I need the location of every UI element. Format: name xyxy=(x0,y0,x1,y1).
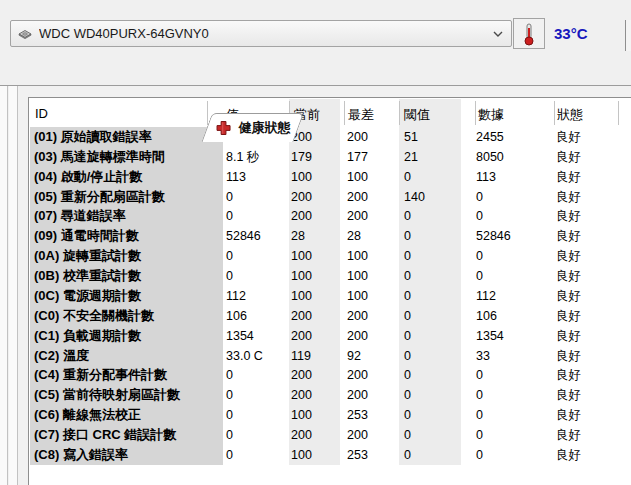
temperature-button[interactable] xyxy=(513,18,545,49)
attribute-data: 0 xyxy=(476,428,483,442)
attribute-current: 100 xyxy=(291,289,312,303)
attribute-worst: 200 xyxy=(347,368,368,382)
attribute-threshold: 0 xyxy=(404,408,411,422)
attribute-value: 0 xyxy=(226,388,233,402)
attribute-status: 良好 xyxy=(556,307,581,324)
attribute-worst: 200 xyxy=(347,209,368,223)
attribute-worst: 200 xyxy=(347,309,368,323)
drive-selector-dropdown[interactable]: WDC WD40PURX-64GVNY0 xyxy=(10,20,512,47)
smart-attribute-row[interactable]: (C4) 重新分配事件計數 0 200 200 0 0 良好 xyxy=(29,366,631,386)
attribute-value: 106 xyxy=(226,309,247,323)
column-header-status[interactable]: 狀態 xyxy=(557,106,583,124)
attribute-data: 106 xyxy=(476,309,497,323)
attribute-worst: 200 xyxy=(347,388,368,402)
attribute-status: 良好 xyxy=(556,188,581,205)
attribute-value: 33.0 C xyxy=(226,349,263,363)
header-separator xyxy=(554,101,555,125)
smart-attribute-row[interactable]: (0A) 旋轉重試計數 0 100 100 0 0 良好 xyxy=(29,246,631,266)
smart-attribute-row[interactable]: (0C) 電源週期計數 112 100 100 0 112 良好 xyxy=(29,286,631,306)
attribute-data: 0 xyxy=(476,368,483,382)
attribute-id-label: (05) 重新分配扇區計數 xyxy=(34,188,165,206)
attribute-current: 200 xyxy=(291,368,312,382)
smart-attribute-row[interactable]: (C0) 不安全關機計數 106 200 200 0 106 良好 xyxy=(29,306,631,326)
attribute-worst: 92 xyxy=(347,349,361,363)
cropped-panel-edge xyxy=(625,20,631,51)
attribute-worst: 200 xyxy=(347,428,368,442)
attribute-id-label: (C5) 當前待映射扇區計數 xyxy=(34,386,180,404)
attribute-data: 0 xyxy=(476,269,483,283)
attribute-value: 113 xyxy=(226,170,246,184)
attribute-data: 1354 xyxy=(476,329,504,343)
smart-attribute-row[interactable]: (C1) 負載週期計數 1354 200 200 0 1354 良好 xyxy=(29,326,631,346)
attribute-current: 28 xyxy=(291,229,305,243)
attribute-threshold: 0 xyxy=(404,229,411,243)
attribute-threshold: 0 xyxy=(404,269,411,283)
attribute-data: 0 xyxy=(476,209,483,223)
attribute-threshold: 0 xyxy=(404,249,411,263)
page-left-gutter-inner xyxy=(9,86,18,485)
attribute-id-label: (01) 原始讀取錯誤率 xyxy=(34,128,152,146)
attribute-threshold: 0 xyxy=(404,428,411,442)
attribute-data: 52846 xyxy=(476,229,511,243)
attribute-value: 52846 xyxy=(226,229,261,243)
attribute-id-label: (C4) 重新分配事件計數 xyxy=(34,366,167,384)
attribute-status: 良好 xyxy=(556,208,581,225)
attribute-worst: 200 xyxy=(347,329,368,343)
smart-attribute-row[interactable]: (05) 重新分配扇區計數 0 200 200 140 0 良好 xyxy=(29,187,631,207)
smart-attribute-row[interactable]: (C8) 寫入錯誤率 0 100 253 0 0 良好 xyxy=(29,445,631,465)
smart-attribute-row[interactable]: (0B) 校準重試計數 0 100 100 0 0 良好 xyxy=(29,266,631,286)
attribute-current: 100 xyxy=(291,408,312,422)
column-header-worst[interactable]: 最差 xyxy=(348,106,374,124)
chevron-down-icon xyxy=(491,29,505,39)
attribute-data: 33 xyxy=(476,349,490,363)
attribute-status: 良好 xyxy=(556,387,581,404)
smart-attribute-row[interactable]: (07) 尋道錯誤率 0 200 200 0 0 良好 xyxy=(29,207,631,227)
smart-attribute-row[interactable]: (C2) 溫度 33.0 C 119 92 0 33 良好 xyxy=(29,346,631,366)
header-separator xyxy=(475,101,476,125)
attribute-value: 0 xyxy=(226,269,233,283)
column-header-id[interactable]: ID xyxy=(35,106,48,121)
smart-attribute-row[interactable]: (C6) 離線無法校正 0 100 253 0 0 良好 xyxy=(29,405,631,425)
attribute-worst: 28 xyxy=(347,229,361,243)
attribute-data: 113 xyxy=(476,170,496,184)
header-separator xyxy=(618,101,619,125)
attribute-value: 0 xyxy=(226,448,233,462)
smart-attribute-row[interactable]: (01) 原始讀取錯誤率 2455 200 200 51 2455 良好 xyxy=(29,127,631,147)
smart-attribute-row[interactable]: (09) 通電時間計數 52846 28 28 0 52846 良好 xyxy=(29,226,631,246)
attribute-value: 0 xyxy=(226,408,233,422)
header-separator xyxy=(399,101,400,125)
attribute-current: 100 xyxy=(291,448,312,462)
attribute-data: 0 xyxy=(476,249,483,263)
tab-health-status[interactable]: 健康狀態 xyxy=(201,113,304,142)
attribute-id-label: (C7) 接口 CRC 錯誤計數 xyxy=(34,426,176,444)
attribute-id-label: (C8) 寫入錯誤率 xyxy=(34,446,128,464)
attribute-threshold: 0 xyxy=(404,209,411,223)
column-header-data[interactable]: 數據 xyxy=(478,106,504,124)
attribute-id-label: (0C) 電源週期計數 xyxy=(34,287,141,305)
attribute-data: 8050 xyxy=(476,150,504,164)
attribute-status: 良好 xyxy=(556,446,581,463)
attribute-worst: 100 xyxy=(347,170,368,184)
smart-attributes-table: ID 值 當前 最差 閾值 數據 狀態 (01) 原始讀取錯誤率 2455 20… xyxy=(28,97,631,485)
smart-attribute-row[interactable]: (C7) 接口 CRC 錯誤計數 0 200 200 0 0 良好 xyxy=(29,425,631,445)
table-header-row: ID 值 當前 最差 閾值 數據 狀態 xyxy=(29,99,631,127)
smart-attribute-row[interactable]: (04) 啟動/停止計數 113 100 100 0 113 良好 xyxy=(29,167,631,187)
attribute-threshold: 0 xyxy=(404,368,411,382)
smart-attribute-row[interactable]: (C5) 當前待映射扇區計數 0 200 200 0 0 良好 xyxy=(29,385,631,405)
attribute-status: 良好 xyxy=(556,407,581,424)
attribute-value: 112 xyxy=(226,289,246,303)
attribute-id-label: (C2) 溫度 xyxy=(34,347,89,365)
thermometer-icon xyxy=(522,22,536,46)
attribute-worst: 253 xyxy=(347,408,368,422)
attribute-worst: 177 xyxy=(347,150,368,164)
attribute-id-label: (09) 通電時間計數 xyxy=(34,227,139,245)
attribute-threshold: 0 xyxy=(404,448,411,462)
attribute-current: 200 xyxy=(291,329,312,343)
temperature-value: 33°C xyxy=(554,25,588,42)
attribute-data: 0 xyxy=(476,190,483,204)
column-header-threshold[interactable]: 閾值 xyxy=(404,106,430,124)
health-cross-icon xyxy=(215,120,231,136)
smart-attribute-row[interactable]: (03) 馬達旋轉標準時間 8.1 秒 179 177 21 8050 良好 xyxy=(29,147,631,167)
attribute-data: 0 xyxy=(476,448,483,462)
tab-health-status-label: 健康狀態 xyxy=(238,119,290,137)
